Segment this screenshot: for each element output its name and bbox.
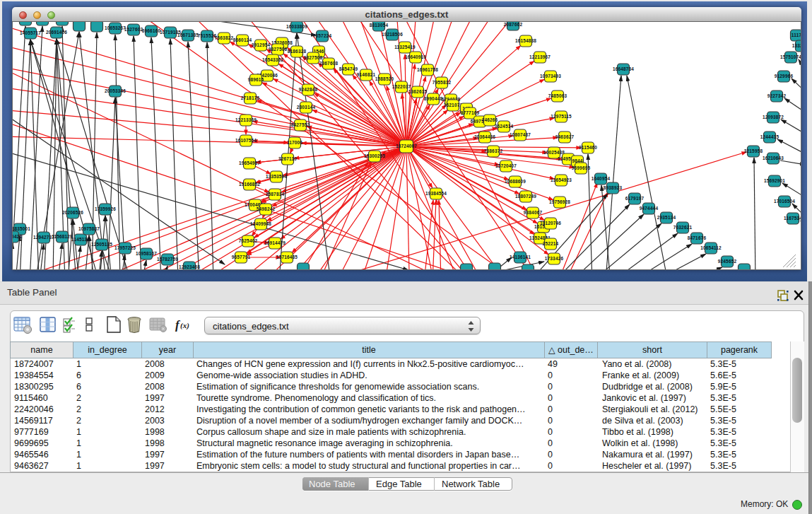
svg-text:18120746: 18120746 [540,221,561,226]
svg-text:16914479: 16914479 [264,240,286,245]
svg-text:(x): (x) [180,321,189,330]
svg-text:10653267: 10653267 [105,25,126,30]
svg-text:1588520: 1588520 [375,76,394,81]
svg-text:1522037: 1522037 [392,84,411,89]
svg-text:2935134: 2935134 [657,215,676,220]
svg-text:8186328: 8186328 [288,49,307,54]
svg-text:1733426: 1733426 [545,256,564,261]
svg-text:16671385: 16671385 [177,33,199,37]
svg-text:10688609: 10688609 [505,179,526,184]
svg-text:9115460: 9115460 [579,145,597,150]
svg-text:3912954: 3912954 [252,42,271,47]
svg-text:12213369: 12213369 [235,117,257,122]
svg-text:9227342: 9227342 [767,93,787,98]
svg-text:1621072: 1621072 [444,103,463,107]
svg-text:10807487: 10807487 [510,132,531,137]
svg-text:12505135: 12505135 [91,242,112,247]
svg-text:16107554: 16107554 [235,138,257,143]
svg-text:5498242: 5498242 [257,206,276,211]
svg-text:7625402: 7625402 [239,238,258,243]
svg-text:13654923: 13654923 [551,177,572,182]
svg-text:20053346: 20053346 [105,88,126,93]
svg-text:16210643: 16210643 [763,156,784,160]
svg-text:9242848: 9242848 [299,87,318,92]
svg-text:8813054: 8813054 [370,23,389,28]
svg-text:20206526: 20206526 [62,210,83,215]
svg-text:14055717: 14055717 [20,30,41,35]
svg-text:18807249: 18807249 [515,194,536,199]
svg-text:16154838: 16154838 [515,38,536,43]
svg-text:8660124: 8660124 [233,37,252,42]
svg-text:15716485: 15716485 [276,255,298,259]
svg-text:7357224: 7357224 [313,33,332,38]
svg-text:1167534: 1167534 [784,216,801,221]
svg-text:3267110: 3267110 [278,156,297,161]
svg-text:15692901: 15692901 [764,178,785,183]
svg-text:9777169: 9777169 [461,110,480,115]
svg-text:14136141: 14136141 [510,255,531,259]
svg-text:18724007: 18724007 [396,144,417,148]
svg-text:13835001: 13835001 [13,226,30,231]
svg-text:252214: 252214 [543,241,559,246]
svg-text:9384067: 9384067 [524,210,543,215]
svg-text:8938923: 8938923 [604,185,623,190]
svg-text:1145134: 1145134 [71,237,90,242]
svg-text:9474444: 9474444 [640,206,659,211]
svg-text:7632621: 7632621 [673,225,693,230]
svg-text:12923468: 12923468 [179,264,200,269]
svg-text:12213967: 12213967 [529,54,551,59]
svg-text:2718176: 2718176 [241,95,260,100]
svg-text:9245652: 9245652 [718,259,737,264]
svg-text:9129966: 9129966 [775,74,794,78]
svg-text:7955812: 7955812 [433,80,452,85]
svg-text:989615: 989615 [248,77,264,82]
svg-text:8427552: 8427552 [291,122,310,127]
svg-text:3215958: 3215958 [744,148,763,153]
svg-text:16648784: 16648784 [613,66,634,71]
svg-text:19166852: 19166852 [239,182,260,187]
svg-text:2087662: 2087662 [504,22,523,27]
svg-text:2803144: 2803144 [297,105,316,110]
svg-text:9915421: 9915421 [13,234,22,239]
svg-text:9146821: 9146821 [357,72,376,77]
svg-text:3587834: 3587834 [266,192,285,197]
svg-text:1640954: 1640954 [592,176,611,181]
svg-text:9327508: 9327508 [304,55,323,60]
svg-text:17359926: 17359926 [95,206,116,211]
svg-text:15751074: 15751074 [780,54,801,59]
svg-text:7663822: 7663822 [215,35,234,40]
svg-text:16033809: 16033809 [286,24,307,29]
svg-text:9699695: 9699695 [572,165,591,170]
svg-text:3624514: 3624514 [495,124,514,129]
svg-text:10025438: 10025438 [543,150,565,155]
svg-text:16961758: 16961758 [417,67,438,72]
svg-text:117006: 117006 [287,140,302,145]
svg-text:18300295: 18300295 [364,153,385,158]
svg-text:16782759: 16782759 [157,257,178,262]
svg-text:9827506: 9827506 [269,47,288,52]
svg-text:6966160: 6966160 [142,28,161,33]
svg-text:19218506: 19218506 [382,32,403,37]
svg-text:17957225: 17957225 [114,245,136,250]
svg-text:6179197: 6179197 [625,196,645,201]
svg-text:10975887: 10975887 [78,226,100,231]
svg-text:19756928: 19756928 [549,199,570,204]
svg-text:8454749: 8454749 [339,66,358,71]
svg-text:2367608: 2367608 [319,61,339,66]
svg-text:12093872: 12093872 [763,115,784,119]
svg-text:9463627: 9463627 [555,134,575,139]
svg-text:11568129: 11568129 [52,234,73,239]
svg-text:16543362: 16543362 [262,57,283,62]
svg-text:1332541: 1332541 [792,43,801,48]
svg-text:15720407: 15720407 [495,163,517,168]
svg-text:7485063: 7485063 [548,93,567,98]
svg-text:10654112: 10654112 [700,245,722,250]
svg-text:16640910: 16640910 [405,54,426,59]
svg-text:1117: 1117 [792,33,801,37]
svg-text:7515526: 7515526 [198,33,217,38]
svg-text:20691406: 20691406 [46,30,67,35]
svg-text:1527602: 1527602 [124,27,143,32]
svg-text:20364436: 20364436 [474,134,495,139]
svg-text:9657791: 9657791 [232,255,251,259]
svg-text:17016504: 17016504 [774,199,795,204]
